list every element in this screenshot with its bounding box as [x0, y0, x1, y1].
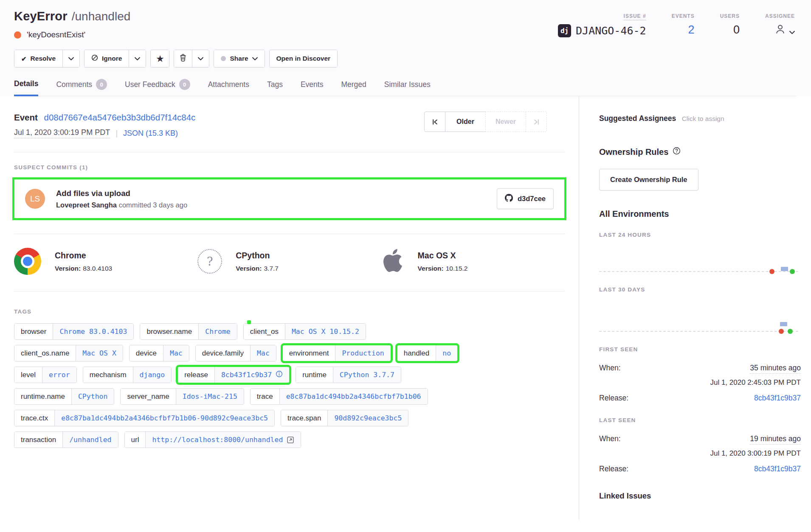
tab-attachments[interactable]: Attachments	[208, 79, 249, 96]
tag-value-link[interactable]: CPython	[71, 389, 114, 404]
linked-issues-title: Linked Issues	[599, 491, 801, 501]
tag-pill-trace-span: trace.span 90d892c9eace3bc5	[281, 410, 408, 426]
bookmark-star-button[interactable]: ★	[151, 50, 169, 67]
apple-icon	[381, 248, 404, 275]
context-version: 10.15.2	[446, 265, 468, 272]
event-json-link[interactable]: JSON (15.3 KB)	[123, 129, 178, 138]
older-event-button[interactable]: Older	[445, 112, 486, 132]
event-label: Event	[14, 112, 38, 122]
tag-value-link[interactable]: error	[42, 367, 76, 383]
resolve-dropdown-button[interactable]	[62, 50, 79, 67]
tab-merged[interactable]: Merged	[341, 79, 366, 96]
issue-culprit: 'keyDoesntExist'	[27, 30, 85, 39]
suggested-assignees-hint: Click to assign	[682, 115, 724, 122]
tag-value-link[interactable]: http://localhost:8000/unhandled	[145, 432, 301, 448]
tag-value-link[interactable]: 8cb43f1c9b37	[214, 367, 289, 383]
tag-pill-url: url http://localhost:8000/unhandled	[124, 431, 301, 448]
tag-pill-environment: environment Production	[282, 345, 391, 361]
create-ownership-rule-button[interactable]: Create Ownership Rule	[599, 169, 698, 190]
tag-value-link[interactable]: CPython 3.7.7	[333, 367, 401, 383]
tag-value-link[interactable]: Idos-iMac-215	[176, 389, 244, 404]
first-seen-label: FIRST SEEN	[599, 346, 801, 353]
context-runtime: ? CPython Version:3.7.7	[197, 248, 381, 275]
tag-value-link[interactable]: Mac OS X 10.15.2	[285, 324, 366, 339]
all-environments-title: All Environments	[599, 209, 801, 219]
suspect-commits-heading: SUSPECT COMMITS (1)	[14, 164, 565, 171]
context-name: CPython	[236, 251, 279, 260]
tag-pill-handled: handled no	[397, 345, 458, 361]
when-label: When:	[599, 434, 621, 443]
tab-user-feedback[interactable]: User Feedback 0	[125, 79, 190, 96]
event-contexts-section: Chrome Version:83.0.4103 ? CPython Versi…	[14, 234, 565, 291]
tag-value-link[interactable]: no	[436, 345, 457, 361]
event-header-section: Event d08d7667e4a5476eb3b3db6d7f14c84c J…	[14, 96, 565, 152]
issue-number-value: DJANGO-46-2	[576, 25, 646, 37]
when-label: When:	[599, 364, 621, 372]
tag-pill-release: release 8cb43f1c9b37	[177, 367, 290, 383]
share-button[interactable]: Share	[214, 50, 264, 67]
ignore-button[interactable]: Ignore	[84, 50, 129, 67]
info-icon[interactable]	[276, 370, 283, 379]
tag-value-link[interactable]: e8c87ba1dc494bb2a4346bcfbf7b1b06-90d892c…	[54, 410, 274, 426]
first-seen-release-link[interactable]: 8cb43f1c9b37	[754, 394, 801, 403]
tag-value-link[interactable]: /unhandled	[62, 432, 118, 448]
last-seen-label: LAST SEEN	[599, 417, 801, 423]
assignee-dropdown[interactable]	[774, 23, 795, 38]
tab-details[interactable]: Details	[14, 79, 38, 96]
tab-events[interactable]: Events	[301, 79, 324, 96]
event-bar	[781, 267, 788, 271]
resolve-button[interactable]: ✔ Resolve	[14, 50, 62, 67]
events-count[interactable]: 2	[672, 23, 695, 36]
open-in-discover-button[interactable]: Open in Discover	[270, 50, 337, 67]
tag-value-link[interactable]: Chrome 83.0.4103	[53, 324, 133, 339]
tags-section: TAGS browser Chrome 83.0.4103 browser.na…	[14, 291, 565, 448]
issue-path: /unhandled	[72, 10, 131, 23]
comments-count-badge: 0	[96, 79, 107, 90]
commit-sha-button[interactable]: d3d7cee	[497, 188, 554, 209]
tag-pill-runtime: runtime CPython 3.7.7	[296, 367, 401, 383]
tab-comments[interactable]: Comments 0	[56, 79, 107, 96]
help-question-icon[interactable]	[673, 147, 681, 157]
tag-value-link[interactable]: Mac OS X	[76, 345, 122, 361]
page-title: KeyError	[14, 9, 68, 23]
tag-pill-client-os: client_os Mac OS X 10.15.2	[243, 323, 366, 340]
newer-event-button: Newer	[485, 112, 526, 132]
issue-title-block: KeyError /unhandled 'keyDoesntExist'	[14, 9, 130, 39]
tab-tags[interactable]: Tags	[267, 79, 283, 96]
delete-dropdown-button[interactable]	[192, 50, 209, 67]
share-status-dot-icon	[221, 56, 226, 61]
issue-number-label: ISSUE #	[624, 13, 646, 20]
tag-pill-trace: trace e8c87ba1dc494bb2a4346bcfbf7b1b06	[250, 388, 428, 405]
tag-value-link[interactable]: Production	[335, 345, 390, 361]
tag-pill-browser-name: browser.name Chrome	[140, 323, 237, 340]
delete-button[interactable]	[174, 50, 192, 67]
oldest-event-button[interactable]	[424, 112, 445, 132]
events-sparkline-24h	[599, 238, 798, 272]
external-link-icon[interactable]	[287, 436, 294, 444]
last-seen-relative: 19 minutes ago	[750, 434, 801, 445]
event-id-link[interactable]: d08d7667e4a5476eb3b3db6d7f14c84c	[44, 112, 196, 122]
tab-similar-issues[interactable]: Similar Issues	[384, 79, 431, 96]
ownership-rules-title: Ownership Rules	[599, 147, 668, 157]
check-icon: ✔	[21, 56, 27, 62]
last-seen-absolute: Jul 1, 2020 3:00:19 PM PDT	[599, 449, 801, 458]
commit-message: Add files via upload	[56, 189, 187, 198]
stat-events: EVENTS 2	[672, 12, 695, 38]
tag-value-link[interactable]: Mac	[250, 345, 276, 361]
tag-value-link[interactable]: Chrome	[198, 324, 237, 339]
tag-value-link[interactable]: django	[133, 367, 172, 383]
tag-pill-runtime-name: runtime.name CPython	[14, 388, 114, 405]
annotation-dot	[247, 320, 251, 324]
issue-tabs: Details Comments 0 User Feedback 0 Attac…	[14, 79, 796, 96]
last-seen-release-link[interactable]: 8cb43f1c9b37	[754, 465, 801, 473]
tag-value-link[interactable]: 90d892c9eace3bc5	[327, 410, 408, 426]
tag-value-link[interactable]: e8c87ba1dc494bb2a4346bcfbf7b1b06	[279, 389, 428, 404]
tags-heading: TAGS	[14, 308, 565, 315]
newest-event-button	[526, 112, 547, 132]
trash-icon	[180, 54, 186, 63]
tag-pill-trace-ctx: trace.ctx e8c87ba1dc494bb2a4346bcfbf7b1b…	[14, 410, 275, 426]
events-label: EVENTS	[672, 13, 695, 19]
release-label: Release:	[599, 465, 628, 473]
tag-value-link[interactable]: Mac	[163, 345, 189, 361]
ignore-dropdown-button[interactable]	[129, 50, 146, 67]
